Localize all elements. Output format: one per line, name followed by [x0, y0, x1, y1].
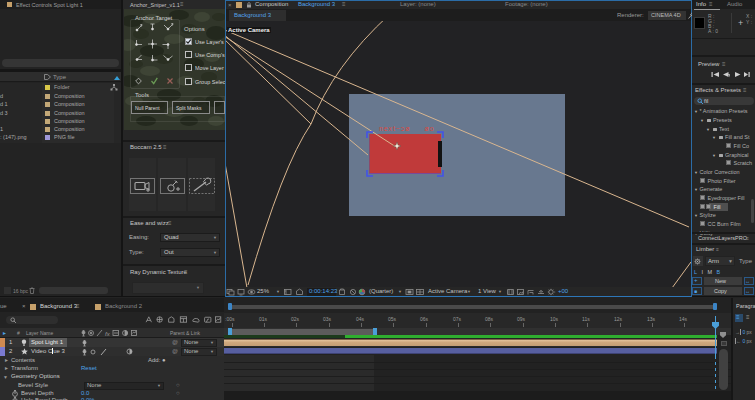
svg-text:fx: fx	[105, 331, 111, 337]
